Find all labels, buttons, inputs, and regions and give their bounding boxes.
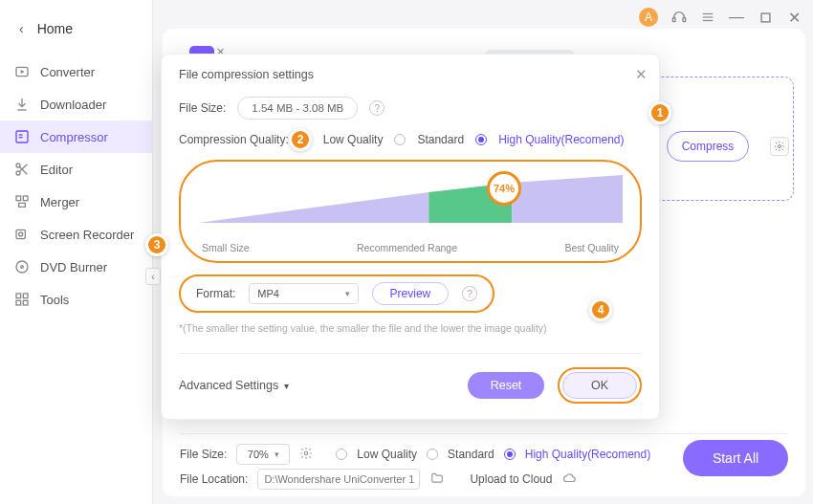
ok-button[interactable]: OK — [562, 372, 637, 399]
close-icon[interactable]: ✕ — [786, 9, 802, 27]
start-all-button[interactable]: Start All — [683, 440, 788, 476]
bottom-bar: File Size: 70%▾ Low Quality Standard Hig… — [180, 433, 788, 491]
back-label: Home — [37, 21, 73, 36]
compress-button[interactable]: Compress — [667, 131, 749, 162]
radio-high-quality[interactable] — [504, 449, 516, 460]
svg-rect-1 — [683, 18, 686, 22]
svg-rect-23 — [16, 300, 21, 305]
quality-label: Compression Quality: — [179, 133, 289, 146]
format-row: Format: MP4▾ Preview ? — [179, 274, 494, 313]
sidebar-item-converter[interactable]: Converter — [0, 55, 152, 88]
upload-cloud-label: Upload to Cloud — [470, 472, 552, 486]
svg-point-19 — [16, 261, 28, 273]
bottom-low-label: Low Quality — [357, 448, 417, 461]
radio-standard[interactable] — [394, 134, 406, 145]
svg-rect-15 — [16, 196, 21, 201]
step-badge-1: 1 — [648, 101, 671, 124]
standard-label: Standard — [417, 133, 464, 146]
svg-point-25 — [779, 145, 781, 148]
svg-rect-17 — [16, 230, 25, 238]
window-titlebar: A — ✕ — [631, 4, 809, 31]
slider-thumb[interactable]: 74% — [487, 171, 521, 206]
ok-highlight: OK — [558, 367, 642, 404]
maximize-icon[interactable] — [758, 12, 773, 23]
cloud-icon[interactable] — [561, 471, 579, 488]
svg-rect-21 — [16, 294, 21, 298]
sidebar-item-label: Editor — [40, 163, 73, 177]
sidebar-item-downloader[interactable]: Downloader — [0, 88, 152, 121]
quality-slider[interactable]: 74% Small Size Recommended Range Best Qu… — [179, 160, 642, 263]
scissors-icon — [13, 162, 31, 177]
sidebar-item-label: Merger — [40, 195, 79, 209]
bottom-location-label: File Location: — [180, 472, 248, 486]
file-size-label: File Size: — [179, 101, 226, 115]
slider-label-mid: Recommended Range — [357, 242, 457, 253]
download-icon — [13, 97, 31, 112]
svg-rect-22 — [23, 294, 28, 298]
bottom-high-label: High Quality(Recomend) — [525, 448, 650, 461]
sidebar-item-dvd-burner[interactable]: DVD Burner — [0, 251, 152, 283]
merge-icon — [13, 194, 31, 209]
sidebar-item-label: Tools — [40, 293, 69, 307]
bottom-file-size-label: File Size: — [180, 448, 227, 461]
svg-rect-24 — [23, 300, 28, 305]
format-select[interactable]: MP4▾ — [249, 283, 358, 304]
sidebar-item-label: DVD Burner — [40, 260, 107, 274]
bottom-file-size-select[interactable]: 70%▾ — [236, 444, 290, 465]
sidebar-item-editor[interactable]: Editor — [0, 153, 152, 186]
sidebar-item-screen-recorder[interactable]: Screen Recorder — [0, 218, 152, 251]
advanced-settings[interactable]: Advanced Settings▾ — [179, 379, 289, 392]
svg-rect-16 — [23, 196, 28, 201]
sidebar-item-merger[interactable]: Merger — [0, 186, 152, 218]
radio-standard[interactable] — [427, 449, 438, 460]
note-text: *(The smaller the setting value, the sma… — [179, 322, 642, 334]
sidebar: ‹ Home Converter Downloader Compressor E… — [0, 0, 153, 504]
back-home[interactable]: ‹ Home — [0, 21, 152, 55]
compressor-icon — [13, 129, 31, 144]
disc-icon — [13, 259, 31, 274]
bottom-standard-label: Standard — [448, 448, 494, 461]
modal-close-icon[interactable]: ✕ — [635, 66, 648, 83]
minimize-icon[interactable]: — — [729, 9, 744, 26]
headset-icon[interactable] — [671, 10, 687, 25]
file-location-field[interactable]: D:\Wondershare UniConverter 1▾ — [257, 469, 420, 490]
radio-low-quality[interactable] — [336, 449, 347, 460]
format-label: Format: — [196, 287, 235, 300]
modal-title: File compression settings — [179, 68, 642, 81]
slider-label-best: Best Quality — [564, 242, 619, 253]
user-avatar[interactable]: A — [639, 8, 658, 27]
slider-wedge-graphic — [198, 175, 623, 242]
radio-high[interactable] — [475, 134, 487, 145]
help-icon[interactable]: ? — [462, 286, 477, 301]
sidebar-item-compressor[interactable]: Compressor — [0, 121, 152, 153]
preview-button[interactable]: Preview — [372, 282, 450, 305]
collapse-handle[interactable]: ‹ — [145, 268, 161, 285]
folder-icon[interactable] — [429, 471, 445, 488]
converter-icon — [13, 64, 31, 79]
chevron-down-icon: ▾ — [284, 381, 289, 391]
file-size-range[interactable]: 1.54 MB - 3.08 MB — [237, 97, 358, 120]
svg-point-20 — [21, 266, 24, 269]
compression-settings-modal: File compression settings ✕ File Size: 1… — [161, 54, 660, 420]
sidebar-item-label: Compressor — [40, 130, 108, 144]
record-icon — [13, 227, 31, 242]
sidebar-item-label: Screen Recorder — [40, 228, 134, 242]
svg-point-12 — [16, 171, 20, 175]
slider-label-small: Small Size — [202, 242, 250, 253]
step-badge-4: 4 — [589, 298, 612, 321]
reset-button[interactable]: Reset — [468, 372, 544, 399]
svg-point-18 — [19, 232, 23, 236]
hamburger-icon[interactable] — [700, 11, 715, 24]
help-icon[interactable]: ? — [369, 100, 385, 116]
sidebar-item-label: Downloader — [40, 98, 106, 112]
svg-point-11 — [16, 164, 20, 167]
gear-icon[interactable] — [770, 137, 789, 156]
sidebar-item-tools[interactable]: Tools — [0, 283, 152, 316]
chevron-left-icon: ‹ — [19, 21, 24, 36]
gear-icon[interactable] — [299, 447, 313, 463]
svg-marker-27 — [198, 192, 428, 223]
svg-marker-7 — [21, 70, 25, 74]
grid-icon — [13, 292, 31, 307]
svg-rect-0 — [672, 18, 675, 22]
step-badge-3: 3 — [145, 233, 168, 256]
